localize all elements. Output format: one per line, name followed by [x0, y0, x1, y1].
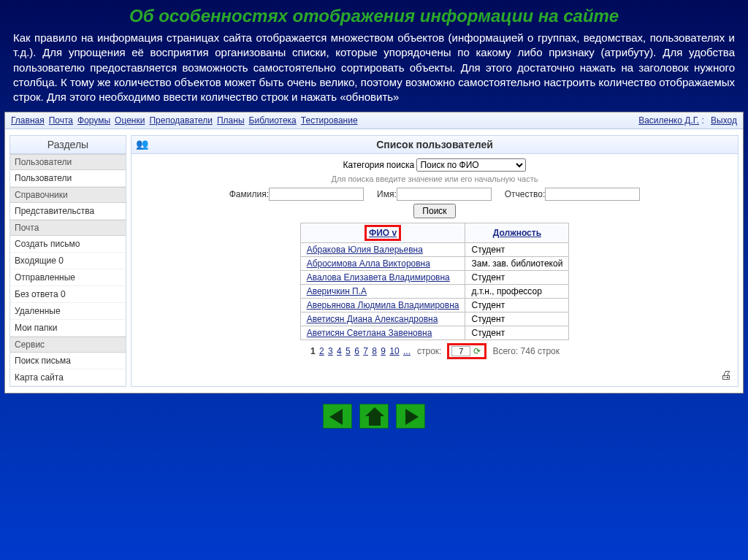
prev-slide-button[interactable]: [323, 404, 352, 429]
table-row: Аветисян Светлана ЗавеновнаСтудент: [300, 326, 569, 340]
firstname-input[interactable]: [397, 188, 492, 201]
firstname-label: Имя:: [377, 189, 397, 199]
col-position-link[interactable]: Должность: [493, 228, 541, 238]
slide-nav: [0, 404, 748, 429]
position-cell: Студент: [465, 312, 569, 326]
topnav-link[interactable]: Форумы: [77, 115, 110, 126]
table-row: Аверичкин П.Ад.т.н., профессор: [300, 285, 569, 299]
col-fio[interactable]: ФИО v: [300, 223, 465, 243]
patronymic-label: Отчество:: [505, 189, 546, 199]
sidebar-group: Пользователи: [10, 154, 126, 170]
pager-page-link[interactable]: 10: [389, 346, 399, 356]
pager-page-link[interactable]: 6: [354, 346, 359, 356]
slide-paragraph: Как правило на информация страницах сайт…: [0, 31, 748, 112]
pager-page-link[interactable]: ...: [403, 346, 411, 356]
sidebar-item[interactable]: Карта сайта: [10, 369, 126, 386]
position-cell: Студент: [465, 243, 569, 257]
search-fields: Фамилия: Имя: Отчество:: [131, 188, 738, 204]
pager-page-link[interactable]: 8: [372, 346, 377, 356]
total-label: Всего: 746 строк: [492, 346, 560, 356]
table-row: Абросимова Алла ВикторовнаЗам. зав. библ…: [300, 257, 569, 271]
next-slide-button[interactable]: [396, 404, 425, 429]
user-link[interactable]: Авалова Елизавета Владимировна: [307, 272, 450, 283]
logout-link[interactable]: Выход: [711, 115, 737, 126]
position-cell: Зам. зав. библиотекой: [465, 257, 569, 271]
user-link[interactable]: Аветисян Диана Александровна: [307, 314, 438, 324]
user-link[interactable]: Аверичкин П.А: [307, 286, 367, 296]
lastname-input[interactable]: [269, 188, 364, 201]
col-fio-link[interactable]: ФИО v: [369, 228, 397, 238]
sidebar-title: Разделы: [10, 136, 126, 154]
users-icon: 👥: [136, 138, 148, 150]
sidebar-item[interactable]: Поиск письма: [10, 353, 126, 369]
topnav-link[interactable]: Оценки: [115, 115, 145, 126]
sidebar-group: Сервис: [10, 337, 126, 353]
table-row: Абракова Юлия ВалерьевнаСтудент: [300, 243, 569, 257]
pager: 1 2 3 4 5 6 7 8 9 10 ... строк: ⟳ Всего:…: [131, 340, 738, 365]
user-link[interactable]: Аветисян Светлана Завеновна: [307, 328, 432, 338]
pager-current: 1: [310, 346, 316, 356]
pager-page-link[interactable]: 3: [328, 346, 333, 356]
lastname-label: Фамилия:: [229, 189, 269, 199]
topnav-link[interactable]: Главная: [11, 115, 45, 126]
topnav-link[interactable]: Библиотека: [249, 115, 297, 126]
topnav-link[interactable]: Почта: [49, 115, 73, 126]
user-link[interactable]: Василенко Д.Г.: [638, 115, 699, 126]
pager-page-link[interactable]: 4: [337, 346, 342, 356]
pager-pages: 1 2 3 4 5 6 7 8 9 10 ...: [310, 346, 411, 356]
rows-box: ⟳: [447, 343, 486, 359]
sidebar-item[interactable]: Пользователи: [10, 170, 126, 187]
search-category-row: Категория поиска Поиск по ФИО: [131, 154, 738, 174]
table-row: Авалова Елизавета ВладимировнаСтудент: [300, 271, 569, 285]
sidebar-item[interactable]: Удаленные: [10, 303, 126, 320]
main-panel: 👥 Список пользователей Категория поиска …: [131, 135, 739, 387]
refresh-icon[interactable]: ⟳: [472, 346, 482, 356]
sidebar-item[interactable]: Представительства: [10, 203, 126, 220]
sidebar-group: Справочники: [10, 187, 126, 203]
topnav-link[interactable]: Преподаватели: [149, 115, 213, 126]
pager-page-link[interactable]: 9: [381, 346, 386, 356]
topnav-link[interactable]: Планы: [217, 115, 245, 126]
rows-input[interactable]: [451, 346, 470, 356]
col-position[interactable]: Должность: [465, 223, 569, 243]
search-hint: Для поиска введите значение или его нача…: [131, 174, 738, 188]
sidebar: Разделы ПользователиПользователиСправочн…: [9, 135, 126, 387]
main-title-text: Список пользователей: [376, 139, 493, 150]
position-cell: Студент: [465, 326, 569, 340]
position-cell: Студент: [465, 299, 569, 312]
sidebar-item[interactable]: Отправленные: [10, 269, 126, 286]
home-slide-button[interactable]: [359, 404, 389, 429]
results-table: ФИО v Должность Абракова Юлия Валерьевна…: [300, 223, 570, 340]
sidebar-item[interactable]: Мои папки: [10, 320, 126, 337]
search-button[interactable]: Поиск: [413, 204, 455, 218]
user-link[interactable]: Абракова Юлия Валерьевна: [307, 245, 423, 255]
app-frame: ГлавнаяПочтаФорумыОценкиПреподавателиПла…: [4, 112, 744, 394]
pager-page-link[interactable]: 2: [319, 346, 324, 356]
position-cell: Студент: [465, 271, 569, 285]
user-sep: :: [699, 115, 706, 126]
print-icon[interactable]: 🖨: [720, 369, 732, 382]
patronymic-input[interactable]: [545, 188, 640, 201]
user-link[interactable]: Аверьянова Людмила Владимировна: [307, 300, 459, 310]
sidebar-item[interactable]: Создать письмо: [10, 236, 126, 253]
position-cell: д.т.н., профессор: [465, 285, 569, 299]
user-link[interactable]: Абросимова Алла Викторовна: [307, 258, 430, 269]
slide-title: Об особенностях отображения информации н…: [0, 0, 748, 31]
sidebar-item[interactable]: Без ответа 0: [10, 286, 126, 303]
sidebar-item[interactable]: Входящие 0: [10, 253, 126, 269]
main-title: 👥 Список пользователей: [131, 136, 738, 154]
topnav-link[interactable]: Тестирование: [301, 115, 358, 126]
pager-page-link[interactable]: 7: [363, 346, 368, 356]
search-cat-select[interactable]: Поиск по ФИО: [416, 158, 526, 172]
table-row: Аветисян Диана АлександровнаСтудент: [300, 312, 569, 326]
table-row: Аверьянова Людмила ВладимировнаСтудент: [300, 299, 569, 312]
pager-page-link[interactable]: 5: [346, 346, 351, 356]
sidebar-group: Почта: [10, 220, 126, 236]
topnav: ГлавнаяПочтаФорумыОценкиПреподавателиПла…: [5, 112, 743, 129]
search-cat-label: Категория поиска: [343, 160, 415, 170]
rows-label: строк:: [417, 346, 441, 356]
